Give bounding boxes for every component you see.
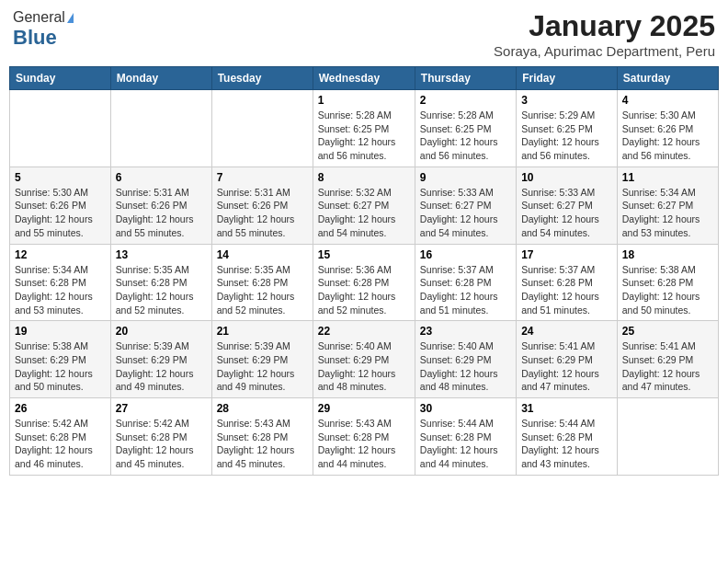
calendar-cell: 3Sunrise: 5:29 AM Sunset: 6:25 PM Daylig… — [517, 90, 618, 167]
day-info: Sunrise: 5:40 AM Sunset: 6:29 PM Dayligh… — [420, 339, 511, 394]
day-number: 18 — [622, 248, 713, 261]
day-info: Sunrise: 5:38 AM Sunset: 6:28 PM Dayligh… — [622, 263, 713, 317]
calendar-cell: 24Sunrise: 5:41 AM Sunset: 6:29 PM Dayli… — [517, 321, 618, 398]
calendar-cell: 16Sunrise: 5:37 AM Sunset: 6:28 PM Dayli… — [415, 244, 516, 321]
logo-blue-text: Blue — [13, 26, 57, 49]
day-info: Sunrise: 5:43 AM Sunset: 6:28 PM Dayligh… — [318, 417, 410, 471]
calendar-cell — [617, 398, 718, 476]
day-info: Sunrise: 5:30 AM Sunset: 6:26 PM Dayligh… — [15, 186, 106, 240]
calendar-cell: 9Sunrise: 5:33 AM Sunset: 6:27 PM Daylig… — [415, 167, 516, 244]
day-info: Sunrise: 5:41 AM Sunset: 6:29 PM Dayligh… — [521, 339, 612, 394]
location-subtitle: Soraya, Apurimac Department, Peru — [494, 43, 715, 59]
day-number: 11 — [622, 171, 713, 184]
calendar-cell: 10Sunrise: 5:33 AM Sunset: 6:27 PM Dayli… — [517, 167, 618, 244]
calendar-cell: 14Sunrise: 5:35 AM Sunset: 6:28 PM Dayli… — [211, 244, 313, 321]
day-number: 4 — [622, 94, 713, 107]
day-number: 27 — [116, 402, 207, 415]
day-number: 13 — [116, 248, 207, 261]
day-info: Sunrise: 5:32 AM Sunset: 6:27 PM Dayligh… — [318, 186, 410, 240]
day-number: 28 — [217, 402, 308, 415]
day-number: 21 — [217, 325, 308, 338]
calendar-cell: 26Sunrise: 5:42 AM Sunset: 6:28 PM Dayli… — [10, 398, 111, 476]
calendar-cell: 28Sunrise: 5:43 AM Sunset: 6:28 PM Dayli… — [211, 398, 313, 476]
day-number: 9 — [420, 171, 511, 184]
day-info: Sunrise: 5:31 AM Sunset: 6:26 PM Dayligh… — [217, 186, 308, 240]
calendar-cell: 22Sunrise: 5:40 AM Sunset: 6:29 PM Dayli… — [313, 321, 415, 398]
calendar-cell: 13Sunrise: 5:35 AM Sunset: 6:28 PM Dayli… — [110, 244, 211, 321]
calendar-cell: 4Sunrise: 5:30 AM Sunset: 6:26 PM Daylig… — [617, 90, 718, 167]
day-info: Sunrise: 5:44 AM Sunset: 6:28 PM Dayligh… — [420, 417, 511, 471]
calendar-cell: 2Sunrise: 5:28 AM Sunset: 6:25 PM Daylig… — [415, 90, 516, 167]
logo-general-text: General — [13, 9, 65, 25]
calendar-cell: 1Sunrise: 5:28 AM Sunset: 6:25 PM Daylig… — [313, 90, 415, 167]
calendar-cell: 12Sunrise: 5:34 AM Sunset: 6:28 PM Dayli… — [10, 244, 111, 321]
day-number: 1 — [318, 94, 410, 107]
day-number: 29 — [318, 402, 410, 415]
day-number: 15 — [318, 248, 410, 261]
day-number: 7 — [217, 171, 308, 184]
day-number: 2 — [420, 94, 511, 107]
calendar-cell: 15Sunrise: 5:36 AM Sunset: 6:28 PM Dayli… — [313, 244, 415, 321]
calendar-cell: 29Sunrise: 5:43 AM Sunset: 6:28 PM Dayli… — [313, 398, 415, 476]
calendar-table: SundayMondayTuesdayWednesdayThursdayFrid… — [9, 66, 719, 476]
day-info: Sunrise: 5:35 AM Sunset: 6:28 PM Dayligh… — [217, 263, 308, 317]
day-info: Sunrise: 5:33 AM Sunset: 6:27 PM Dayligh… — [420, 186, 511, 240]
calendar-cell: 23Sunrise: 5:40 AM Sunset: 6:29 PM Dayli… — [415, 321, 516, 398]
week-row-1: 1Sunrise: 5:28 AM Sunset: 6:25 PM Daylig… — [10, 90, 719, 167]
logo: General Blue — [13, 9, 74, 50]
logo-triangle-icon — [67, 13, 74, 23]
day-number: 3 — [521, 94, 612, 107]
day-number: 20 — [116, 325, 207, 338]
day-info: Sunrise: 5:44 AM Sunset: 6:28 PM Dayligh… — [521, 417, 612, 471]
day-info: Sunrise: 5:39 AM Sunset: 6:29 PM Dayligh… — [217, 339, 308, 394]
weekday-header-saturday: Saturday — [617, 67, 718, 90]
weekday-header-wednesday: Wednesday — [313, 67, 415, 90]
calendar-cell: 25Sunrise: 5:41 AM Sunset: 6:29 PM Dayli… — [617, 321, 718, 398]
week-row-4: 19Sunrise: 5:38 AM Sunset: 6:29 PM Dayli… — [10, 321, 719, 398]
calendar-cell: 31Sunrise: 5:44 AM Sunset: 6:28 PM Dayli… — [517, 398, 618, 476]
day-number: 6 — [116, 171, 207, 184]
calendar-cell: 18Sunrise: 5:38 AM Sunset: 6:28 PM Dayli… — [617, 244, 718, 321]
day-info: Sunrise: 5:37 AM Sunset: 6:28 PM Dayligh… — [420, 263, 511, 317]
day-number: 17 — [521, 248, 612, 261]
calendar-cell — [110, 90, 211, 167]
calendar-cell: 30Sunrise: 5:44 AM Sunset: 6:28 PM Dayli… — [415, 398, 516, 476]
calendar-cell: 27Sunrise: 5:42 AM Sunset: 6:28 PM Dayli… — [110, 398, 211, 476]
week-row-2: 5Sunrise: 5:30 AM Sunset: 6:26 PM Daylig… — [10, 167, 719, 244]
calendar-cell: 19Sunrise: 5:38 AM Sunset: 6:29 PM Dayli… — [10, 321, 111, 398]
title-section: January 2025 Soraya, Apurimac Department… — [494, 9, 715, 59]
week-row-3: 12Sunrise: 5:34 AM Sunset: 6:28 PM Dayli… — [10, 244, 719, 321]
calendar-cell: 17Sunrise: 5:37 AM Sunset: 6:28 PM Dayli… — [517, 244, 618, 321]
day-info: Sunrise: 5:29 AM Sunset: 6:25 PM Dayligh… — [521, 109, 612, 163]
day-number: 19 — [15, 325, 106, 338]
day-number: 24 — [521, 325, 612, 338]
day-info: Sunrise: 5:41 AM Sunset: 6:29 PM Dayligh… — [622, 339, 713, 394]
calendar-cell: 8Sunrise: 5:32 AM Sunset: 6:27 PM Daylig… — [313, 167, 415, 244]
day-info: Sunrise: 5:31 AM Sunset: 6:26 PM Dayligh… — [116, 186, 207, 240]
day-info: Sunrise: 5:34 AM Sunset: 6:28 PM Dayligh… — [15, 263, 106, 317]
weekday-header-sunday: Sunday — [10, 67, 111, 90]
page-header: General Blue January 2025 Soraya, Apurim… — [9, 9, 719, 59]
day-info: Sunrise: 5:43 AM Sunset: 6:28 PM Dayligh… — [217, 417, 308, 471]
day-info: Sunrise: 5:28 AM Sunset: 6:25 PM Dayligh… — [318, 109, 410, 163]
day-info: Sunrise: 5:34 AM Sunset: 6:27 PM Dayligh… — [622, 186, 713, 240]
day-info: Sunrise: 5:37 AM Sunset: 6:28 PM Dayligh… — [521, 263, 612, 317]
weekday-header-tuesday: Tuesday — [211, 67, 313, 90]
day-info: Sunrise: 5:30 AM Sunset: 6:26 PM Dayligh… — [622, 109, 713, 163]
weekday-header-friday: Friday — [517, 67, 618, 90]
logo-line2: Blue — [13, 26, 57, 50]
calendar-cell — [10, 90, 111, 167]
weekday-header-monday: Monday — [110, 67, 211, 90]
day-info: Sunrise: 5:39 AM Sunset: 6:29 PM Dayligh… — [116, 339, 207, 394]
calendar-cell: 7Sunrise: 5:31 AM Sunset: 6:26 PM Daylig… — [211, 167, 313, 244]
calendar-cell — [211, 90, 313, 167]
day-number: 16 — [420, 248, 511, 261]
day-number: 5 — [15, 171, 106, 184]
day-number: 22 — [318, 325, 410, 338]
weekday-header-row: SundayMondayTuesdayWednesdayThursdayFrid… — [10, 67, 719, 90]
day-number: 23 — [420, 325, 511, 338]
month-title: January 2025 — [494, 9, 715, 43]
calendar-cell: 11Sunrise: 5:34 AM Sunset: 6:27 PM Dayli… — [617, 167, 718, 244]
calendar-cell: 6Sunrise: 5:31 AM Sunset: 6:26 PM Daylig… — [110, 167, 211, 244]
calendar-cell: 5Sunrise: 5:30 AM Sunset: 6:26 PM Daylig… — [10, 167, 111, 244]
